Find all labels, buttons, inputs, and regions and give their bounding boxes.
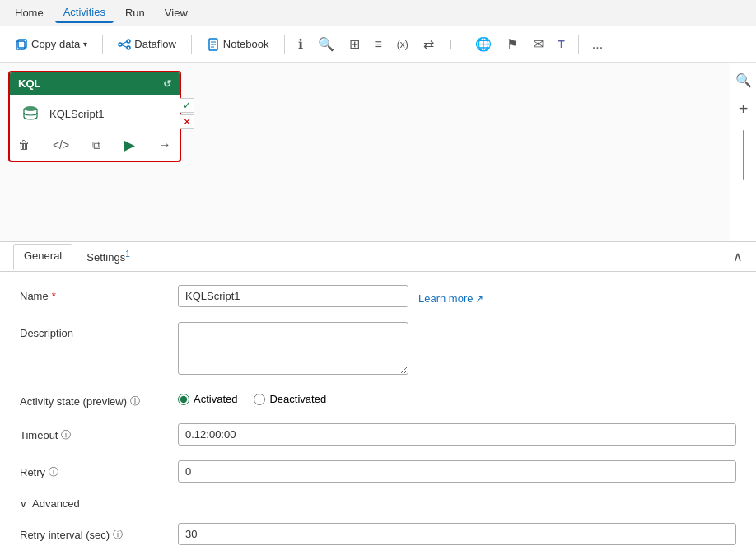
variable-icon[interactable]: (x) <box>392 35 413 54</box>
timeout-row: Timeout ⓘ <box>20 423 736 446</box>
deactivated-radio-label[interactable]: Deactivated <box>254 393 326 405</box>
description-input[interactable] <box>178 322 408 375</box>
activity-refresh-icon[interactable]: ↺ <box>163 78 171 90</box>
canvas-search-icon[interactable]: 🔍 <box>732 69 755 91</box>
svg-line-5 <box>122 41 127 44</box>
separator-1 <box>102 35 103 54</box>
teams-icon[interactable]: T <box>553 35 570 54</box>
retry-label: Retry ⓘ <box>20 460 168 479</box>
menu-view[interactable]: View <box>156 3 196 22</box>
retry-interval-input[interactable] <box>178 523 736 545</box>
next-icon[interactable]: → <box>158 138 171 152</box>
copy-data-icon <box>15 38 28 51</box>
copy-icon[interactable]: ⧉ <box>92 138 100 152</box>
separator-4 <box>578 35 579 54</box>
retry-info-icon[interactable]: ⓘ <box>49 465 58 479</box>
canvas-right-panel: 🔍 + <box>730 63 756 241</box>
notebook-label: Notebook <box>223 38 269 50</box>
retry-input[interactable] <box>178 460 736 483</box>
activated-label: Activated <box>194 393 237 405</box>
retry-interval-info-icon[interactable]: ⓘ <box>113 528 123 542</box>
canvas-scrollbar[interactable] <box>743 130 744 180</box>
retry-interval-row: Retry interval (sec) ⓘ <box>20 523 736 545</box>
toolbar: Copy data ▾ Dataflow Notebook ℹ 🔍 ⊞ ≡ (x… <box>0 26 756 63</box>
flag-icon[interactable]: ⚑ <box>502 33 523 55</box>
activity-state-label: Activity state (preview) ⓘ <box>20 390 168 408</box>
email-icon[interactable]: ✉ <box>528 33 548 55</box>
name-row: Name * Learn more ↗ <box>20 285 736 307</box>
activity-title: KQL <box>18 77 40 90</box>
separator-3 <box>284 35 285 54</box>
activity-state-radio-group: Activated Deactivated <box>178 390 326 405</box>
props-panel: General Settings1 ∧ Name * Learn more ↗ <box>0 242 756 560</box>
more-icon[interactable]: ... <box>587 34 608 55</box>
copy-data-chevron: ▾ <box>83 40 87 49</box>
copy-data-button[interactable]: Copy data ▾ <box>8 35 94 54</box>
timeout-info-icon[interactable]: ⓘ <box>61 428 71 442</box>
activated-radio-label[interactable]: Activated <box>178 393 237 405</box>
form-area: Name * Learn more ↗ Description Activity… <box>0 272 756 560</box>
name-input[interactable] <box>178 285 408 307</box>
description-label: Description <box>20 322 168 339</box>
globe-icon[interactable]: 🌐 <box>470 33 497 55</box>
deactivated-radio[interactable] <box>254 394 265 405</box>
advanced-chevron-icon: ∨ <box>20 498 27 510</box>
retry-interval-label: Retry interval (sec) ⓘ <box>20 523 168 542</box>
dataflow-icon <box>118 38 131 51</box>
activity-header: KQL ↺ <box>10 72 180 95</box>
run-icon[interactable]: ▶ <box>124 136 135 154</box>
activity-header-icons: ↺ <box>163 78 171 90</box>
status-check-icon[interactable]: ✓ <box>180 98 194 113</box>
menu-bar: Home Activities Run View <box>0 0 756 26</box>
activated-radio[interactable] <box>178 394 189 405</box>
menu-run[interactable]: Run <box>117 3 153 22</box>
menu-home[interactable]: Home <box>7 3 52 22</box>
props-tabs-left: General Settings1 <box>13 244 141 269</box>
name-required: * <box>52 290 56 302</box>
props-tabs: General Settings1 ∧ <box>0 242 756 272</box>
search-icon[interactable]: 🔍 <box>313 33 339 55</box>
notebook-button[interactable]: Notebook <box>200 35 276 54</box>
timeout-label: Timeout ⓘ <box>20 423 168 442</box>
copy-data-label: Copy data <box>31 38 80 50</box>
svg-point-11 <box>24 106 37 111</box>
activity-state-row: Activity state (preview) ⓘ Activated Dea… <box>20 390 736 408</box>
separator-2 <box>191 35 192 54</box>
menu-activities[interactable]: Activities <box>55 2 114 23</box>
branch-icon[interactable]: ⊢ <box>444 33 465 55</box>
activity-body: KQLScript1 <box>10 95 180 133</box>
retry-row: Retry ⓘ <box>20 460 736 483</box>
advanced-toggle[interactable]: ∨ Advanced <box>20 497 736 510</box>
name-input-row: Learn more ↗ <box>178 285 483 307</box>
description-row: Description <box>20 322 736 375</box>
settings-badge: 1 <box>125 250 130 259</box>
svg-point-3 <box>127 40 130 43</box>
notebook-icon <box>207 38 220 51</box>
dataflow-label: Dataflow <box>134 38 176 50</box>
activity-name: KQLScript1 <box>49 108 104 120</box>
status-x-icon[interactable]: ✕ <box>180 114 194 129</box>
canvas-add-icon[interactable]: + <box>735 96 752 122</box>
svg-line-6 <box>122 44 127 47</box>
tab-general[interactable]: General <box>13 244 72 270</box>
info-icon[interactable]: ℹ <box>293 33 308 55</box>
learn-more-link[interactable]: Learn more ↗ <box>418 287 483 305</box>
collapse-icon[interactable]: ∧ <box>733 249 743 264</box>
name-label: Name * <box>20 285 168 302</box>
dataflow-button[interactable]: Dataflow <box>111 35 183 54</box>
list-icon[interactable]: ≡ <box>370 34 387 55</box>
activity-state-info-icon[interactable]: ⓘ <box>130 394 140 408</box>
svg-point-2 <box>119 43 122 46</box>
tab-settings[interactable]: Settings1 <box>76 244 141 269</box>
delete-icon[interactable]: 🗑 <box>18 138 30 152</box>
code-icon[interactable]: </> <box>53 138 69 152</box>
activity-node-kql: KQL ↺ KQLScript1 ✓ ✕ <box>8 71 181 162</box>
settings-tab-label: Settings <box>86 251 125 264</box>
pipeline-icon[interactable]: ⇄ <box>418 33 439 55</box>
deactivated-label: Deactivated <box>269 393 326 405</box>
table-icon[interactable]: ⊞ <box>344 33 365 55</box>
timeout-input[interactable] <box>178 423 736 446</box>
advanced-label: Advanced <box>32 497 80 510</box>
external-link-icon: ↗ <box>475 293 483 305</box>
svg-point-4 <box>127 46 130 49</box>
